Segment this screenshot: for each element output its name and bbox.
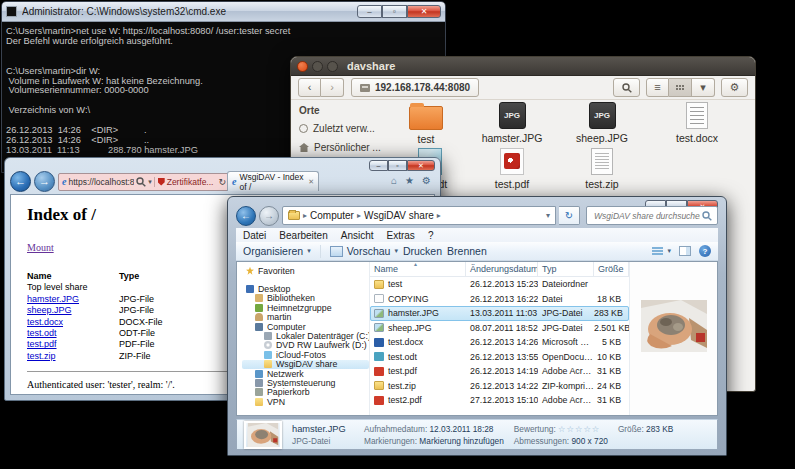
- sidebar-item[interactable]: Favoriten: [242, 266, 369, 275]
- grid-file-item[interactable]: test.pdf: [469, 148, 555, 190]
- column-header-date[interactable]: Änderungsdatum: [466, 262, 538, 276]
- sidebar-item[interactable]: VPN: [242, 397, 369, 406]
- minimize-button[interactable]: –: [369, 160, 388, 171]
- column-header-name[interactable]: Name: [370, 262, 466, 276]
- file-date: 26.12.2013 14:22: [466, 381, 538, 391]
- maximize-button[interactable]: [327, 61, 338, 72]
- file-row[interactable]: sheep.JPG 08.07.2011 18:52 JPG-Datei 2.5…: [370, 321, 629, 336]
- home-icon[interactable]: ⌂: [391, 175, 397, 186]
- column-header-type[interactable]: Typ: [538, 262, 594, 276]
- favorites-icon[interactable]: ★: [405, 175, 414, 186]
- settings-button[interactable]: ⚙: [721, 78, 748, 97]
- grid-file-item[interactable]: test.docx: [654, 102, 740, 144]
- close-button[interactable]: [297, 61, 308, 72]
- places-item[interactable]: Zuletzt verw...: [299, 123, 391, 134]
- file-row[interactable]: test.pdf 26.12.2013 14:19 Adobe Acrobat …: [370, 364, 629, 379]
- sidebar-item[interactable]: Papierkorb: [242, 388, 369, 397]
- view-options-button[interactable]: ▾: [692, 78, 715, 97]
- file-row[interactable]: test.odt 26.12.2013 13:55 OpenDocument T…: [370, 350, 629, 365]
- url-text[interactable]: https://localhost:8080/: [68, 177, 134, 187]
- print-button[interactable]: Drucken: [403, 245, 442, 257]
- back-button[interactable]: ←: [10, 171, 31, 192]
- maximize-button[interactable]: ▫: [388, 160, 407, 171]
- file-row[interactable]: test 26.12.2013 15:23 Dateiordner: [370, 277, 629, 292]
- search-button[interactable]: [613, 78, 640, 97]
- file-link[interactable]: hamster.JPG: [27, 294, 119, 305]
- minimize-button[interactable]: [312, 61, 323, 72]
- search-box[interactable]: [586, 206, 718, 225]
- settings-gear-icon[interactable]: ⚙: [422, 175, 431, 186]
- grid-file-item[interactable]: JPG hamster.JPG: [469, 102, 555, 144]
- close-button[interactable]: ✕: [407, 160, 435, 171]
- file-link[interactable]: test.odt: [27, 328, 119, 339]
- tags-add-link[interactable]: Markierung hinzufügen: [419, 436, 503, 446]
- menu-item[interactable]: Datei: [243, 230, 266, 241]
- sidebar-item[interactable]: martin: [242, 313, 369, 322]
- forward-button[interactable]: →: [259, 206, 279, 226]
- close-button[interactable]: ✕: [407, 5, 441, 18]
- sidebar-item[interactable]: Desktop: [242, 284, 369, 293]
- file-link[interactable]: test.pdf: [27, 339, 119, 350]
- places-item[interactable]: Persönlicher ...: [299, 142, 391, 153]
- forward-button[interactable]: ›: [321, 78, 344, 97]
- preview-pane-toggle[interactable]: [679, 246, 691, 256]
- certificate-error-button[interactable]: Zertifikatfe...: [154, 177, 217, 187]
- refresh-button[interactable]: ↻: [559, 206, 580, 225]
- forward-button[interactable]: →: [34, 171, 55, 192]
- search-icon[interactable]: [136, 177, 146, 187]
- column-header-size[interactable]: Größe: [594, 262, 629, 276]
- browser-tab[interactable]: e WsgiDAV - Index of / ✕: [227, 171, 319, 191]
- sidebar-item[interactable]: Computer: [242, 322, 369, 331]
- breadcrumb[interactable]: ▸ Computer ▸ WsgiDAV share ▸ ▾: [282, 206, 556, 225]
- minimize-button[interactable]: –: [357, 5, 382, 18]
- details-pane: hamster.JPG JPG-Datei Aufnahmedatum: 12.…: [236, 419, 718, 450]
- grid-file-item[interactable]: JPG sheep.JPG: [559, 102, 645, 144]
- file-row[interactable]: COPYING 26.12.2013 16:22 Datei 18 KB: [370, 292, 629, 307]
- grid-view-button[interactable]: [669, 78, 692, 97]
- sidebar-item[interactable]: Bibliotheken: [242, 294, 369, 303]
- sidebar-item[interactable]: iCloud-Fotos: [242, 350, 369, 359]
- address-bar[interactable]: e https://localhost:8080/ ▾ Zertifikatfe…: [58, 173, 230, 191]
- back-button[interactable]: ←: [236, 206, 256, 226]
- back-button[interactable]: ‹: [298, 78, 321, 97]
- menu-item[interactable]: Bearbeiten: [279, 230, 327, 241]
- mount-link[interactable]: Mount: [27, 242, 54, 253]
- grid-file-item[interactable]: test.zip: [559, 148, 645, 190]
- sidebar-item[interactable]: Netzwerk: [242, 369, 369, 378]
- sidebar-item[interactable]: DVD RW Laufwerk (D:): [242, 341, 369, 350]
- sidebar-item[interactable]: Systemsteuerung: [242, 378, 369, 387]
- menu-item[interactable]: Ansicht: [341, 230, 374, 241]
- search-icon[interactable]: [702, 211, 712, 221]
- breadcrumb-wsgidav-share[interactable]: WsgiDAV share: [364, 210, 434, 221]
- rating-stars-icon[interactable]: ☆☆☆☆☆: [558, 424, 600, 434]
- burn-button[interactable]: Brennen: [447, 245, 487, 257]
- organize-button[interactable]: Organisieren▾: [243, 245, 311, 257]
- refresh-icon[interactable]: ↻: [218, 177, 226, 187]
- file-link[interactable]: test.docx: [27, 317, 119, 328]
- address-dropdown-icon[interactable]: ▾: [546, 211, 550, 220]
- file-link[interactable]: test.zip: [27, 351, 119, 362]
- file-row[interactable]: test2.pdf 27.12.2013 15:10 Adobe Acrobat…: [370, 393, 629, 408]
- tab-close-icon[interactable]: ✕: [308, 178, 314, 186]
- cmd-titlebar[interactable]: Administrator: C:\Windows\system32\cmd.e…: [2, 2, 445, 22]
- list-view-button[interactable]: ≡: [646, 78, 669, 97]
- breadcrumb-computer[interactable]: Computer: [310, 210, 354, 221]
- change-view-button[interactable]: ▾: [652, 247, 671, 255]
- menu-item[interactable]: ?: [428, 230, 434, 241]
- maximize-button[interactable]: ▫: [382, 5, 407, 18]
- file-row[interactable]: test.zip 26.12.2013 14:22 ZIP-komprimier…: [370, 379, 629, 394]
- preview-button[interactable]: Vorschau▾: [330, 245, 398, 257]
- file-link[interactable]: sheep.JPG: [27, 305, 119, 316]
- location-button[interactable]: 192.168.178.44:8080: [351, 78, 479, 97]
- file-row[interactable]: hamster.JPG 13.03.2011 11:03 JPG-Datei 2…: [370, 306, 629, 321]
- file-row[interactable]: test.docx 26.12.2013 14:26 Microsoft Wor…: [370, 335, 629, 350]
- menu-item[interactable]: Extras: [387, 230, 415, 241]
- sidebar-item[interactable]: WsgiDAV share: [242, 360, 369, 369]
- sidebar-item[interactable]: Lokaler Datenträger (C:): [242, 331, 369, 340]
- nautilus-titlebar[interactable]: davshare: [291, 57, 755, 76]
- grid-file-item[interactable]: test: [383, 102, 469, 145]
- search-input[interactable]: [592, 210, 702, 222]
- address-dropdown-icon[interactable]: ▾: [148, 178, 152, 186]
- sidebar-item[interactable]: Heimnetzgruppe: [242, 303, 369, 312]
- help-icon[interactable]: ?: [699, 245, 711, 257]
